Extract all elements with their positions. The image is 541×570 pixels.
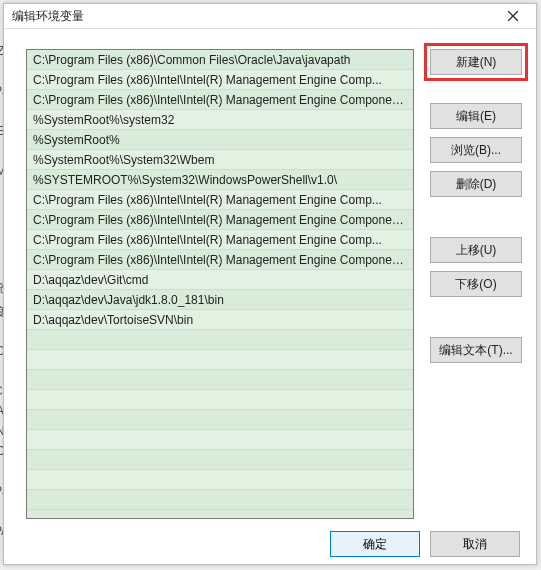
list-item[interactable]: C:\Program Files (x86)\Intel\Intel(R) Ma… xyxy=(27,230,413,250)
dialog-content: C:\Program Files (x86)\Common Files\Orac… xyxy=(4,29,536,531)
list-item-empty[interactable] xyxy=(27,370,413,390)
cancel-button[interactable]: 取消 xyxy=(430,531,520,557)
list-item[interactable]: C:\Program Files (x86)\Intel\Intel(R) Ma… xyxy=(27,90,413,110)
list-item[interactable]: %SYSTEMROOT%\System32\WindowsPowerShell\… xyxy=(27,170,413,190)
close-icon xyxy=(508,11,518,21)
edit-button[interactable]: 编辑(E) xyxy=(430,103,522,129)
new-button[interactable]: 新建(N) xyxy=(430,49,522,75)
dialog-title: 编辑环境变量 xyxy=(12,8,84,25)
move-up-button[interactable]: 上移(U) xyxy=(430,237,522,263)
list-item-empty[interactable] xyxy=(27,410,413,430)
list-item-empty[interactable] xyxy=(27,430,413,450)
list-item[interactable]: C:\Program Files (x86)\Intel\Intel(R) Ma… xyxy=(27,70,413,90)
list-item[interactable]: C:\Program Files (x86)\Intel\Intel(R) Ma… xyxy=(27,250,413,270)
delete-button[interactable]: 删除(D) xyxy=(430,171,522,197)
list-item[interactable]: C:\Program Files (x86)\Intel\Intel(R) Ma… xyxy=(27,190,413,210)
list-item[interactable]: D:\aqqaz\dev\Git\cmd xyxy=(27,270,413,290)
list-item[interactable]: %SystemRoot%\system32 xyxy=(27,110,413,130)
list-item-empty[interactable] xyxy=(27,330,413,350)
browse-button[interactable]: 浏览(B)... xyxy=(430,137,522,163)
list-item-empty[interactable] xyxy=(27,390,413,410)
edit-env-var-dialog: 编辑环境变量 C:\Program Files (x86)\Common Fil… xyxy=(3,3,537,565)
list-item[interactable]: D:\aqqaz\dev\TortoiseSVN\bin xyxy=(27,310,413,330)
move-down-button[interactable]: 下移(O) xyxy=(430,271,522,297)
list-item-empty[interactable] xyxy=(27,490,413,510)
ok-button[interactable]: 确定 xyxy=(330,531,420,557)
list-item[interactable]: D:\aqqaz\dev\Java\jdk1.8.0_181\bin xyxy=(27,290,413,310)
close-button[interactable] xyxy=(498,4,528,28)
list-item[interactable]: C:\Program Files (x86)\Common Files\Orac… xyxy=(27,50,413,70)
list-item[interactable]: %SystemRoot%\System32\Wbem xyxy=(27,150,413,170)
list-item[interactable]: %SystemRoot% xyxy=(27,130,413,150)
bottom-bar: 确定 取消 xyxy=(4,531,536,567)
titlebar: 编辑环境变量 xyxy=(4,4,536,29)
side-buttons: 新建(N) 编辑(E) 浏览(B)... 删除(D) 上移(U) 下移(O) 编… xyxy=(430,49,522,519)
list-item-empty[interactable] xyxy=(27,350,413,370)
list-item-empty[interactable] xyxy=(27,470,413,490)
edit-text-button[interactable]: 编辑文本(T)... xyxy=(430,337,522,363)
path-listbox[interactable]: C:\Program Files (x86)\Common Files\Orac… xyxy=(26,49,414,519)
list-item-empty[interactable] xyxy=(27,450,413,470)
list-item[interactable]: C:\Program Files (x86)\Intel\Intel(R) Ma… xyxy=(27,210,413,230)
